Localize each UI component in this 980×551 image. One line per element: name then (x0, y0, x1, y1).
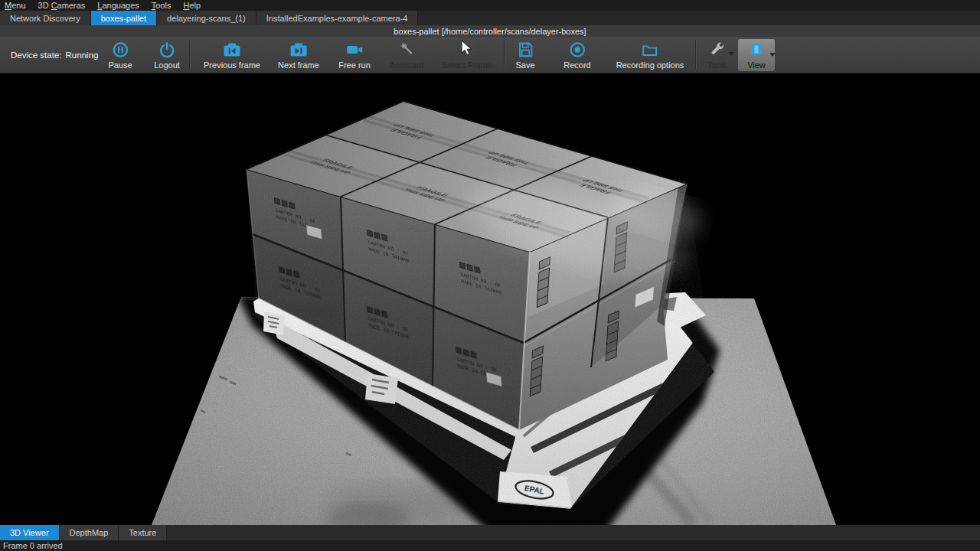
wrench-icon (707, 40, 727, 60)
toolbar-separator (189, 40, 190, 69)
record-button[interactable]: Record (564, 40, 590, 70)
pause-icon (111, 40, 129, 60)
menu-item-languages[interactable]: Languages (93, 1, 147, 10)
camera-next-icon (289, 40, 309, 60)
video-camera-icon (345, 40, 364, 60)
status-bar: Frame 0 arrived (0, 540, 980, 551)
floppy-icon (516, 40, 534, 60)
app-window: Menu 3D Cameras Languages Tools Help Net… (0, 0, 980, 551)
folder-icon (641, 40, 659, 60)
camera-prev-icon (222, 40, 242, 60)
menu-bar: Menu 3D Cameras Languages Tools Help (0, 0, 980, 11)
tab-network-discovery[interactable]: Network Discovery (0, 11, 91, 25)
record-icon (568, 40, 586, 60)
view-icon (747, 40, 766, 60)
tools-dropdown-arrow[interactable] (728, 52, 734, 56)
select-frame-button[interactable]: Select Frame (442, 40, 492, 70)
tab-installed-examples[interactable]: InstalledExamples-example-camera-4 (256, 11, 419, 25)
status-message: Frame 0 arrived (3, 541, 63, 550)
power-icon (158, 40, 176, 60)
next-frame-button[interactable]: Next frame (278, 40, 319, 70)
scan-title: boxes-pallet [/home/controller/scans/del… (394, 27, 586, 36)
tab-3d-viewer[interactable]: 3D Viewer (0, 525, 60, 540)
toolbar-separator (504, 40, 505, 69)
view-dropdown-arrow[interactable] (769, 53, 776, 57)
toolbar: Device state:Running Pause Logout Previo… (0, 37, 980, 73)
select-frame-icon (458, 40, 476, 60)
menu-item-tools[interactable]: Tools (148, 1, 180, 10)
tab-texture[interactable]: Texture (119, 525, 167, 540)
device-state: Device state:Running (11, 37, 98, 73)
assistant-button[interactable]: Assistant (390, 40, 424, 70)
tools-button[interactable]: Tools (707, 40, 727, 70)
save-button[interactable]: Save (515, 40, 534, 70)
magic-wand-icon (397, 40, 416, 60)
free-run-button[interactable]: Free run (338, 40, 371, 70)
view-button[interactable]: View (738, 39, 775, 71)
previous-frame-button[interactable]: Previous frame (204, 40, 260, 70)
tab-depthmap[interactable]: DepthMap (60, 525, 119, 540)
logout-button[interactable]: Logout (154, 40, 180, 70)
toolbar-separator (695, 40, 696, 69)
pause-button[interactable]: Pause (108, 40, 132, 70)
tab-boxes-pallet[interactable]: boxes-pallet (91, 11, 157, 25)
scan-title-bar: boxes-pallet [/home/controller/scans/del… (0, 25, 980, 37)
recording-options-button[interactable]: Recording options (616, 40, 684, 70)
menu-item-help[interactable]: Help (179, 1, 209, 10)
tab-delayering-scans[interactable]: delayering-scans_(1) (157, 11, 256, 25)
view-mode-tab-bar: 3D Viewer DepthMap Texture (0, 525, 980, 540)
camera-tab-bar: Network Discovery boxes-pallet delayerin… (0, 11, 980, 25)
3d-viewer-canvas[interactable]: EPAL CARTON NO : (0, 73, 980, 525)
menu-item-menu[interactable]: Menu (0, 1, 34, 10)
menu-item-3d-cameras[interactable]: 3D Cameras (34, 1, 94, 10)
